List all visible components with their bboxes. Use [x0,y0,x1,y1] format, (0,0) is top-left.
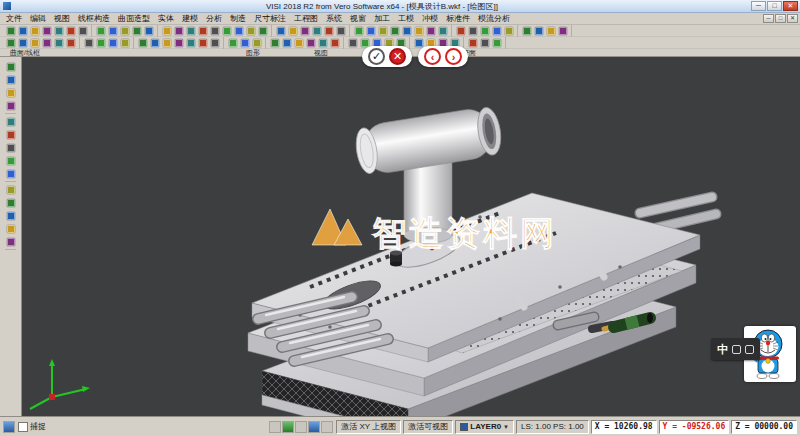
menu-item[interactable]: 工程图 [290,13,322,24]
toolbar-icon[interactable] [5,87,16,98]
toolbar-icon[interactable] [281,37,292,48]
menu-item[interactable]: 编辑 [26,13,50,24]
chevron-down-icon[interactable]: ▼ [503,424,509,430]
toolbar-icon[interactable] [257,25,268,36]
toolbar-icon[interactable] [149,37,160,48]
toolbar-icon[interactable] [251,37,262,48]
snap-settings-icon[interactable] [3,421,15,433]
toolbar-icon[interactable] [5,168,16,179]
menu-item[interactable]: 工模 [394,13,418,24]
toolbar-icon[interactable] [413,25,424,36]
menu-item[interactable]: 冲模 [418,13,442,24]
toolbar-icon[interactable] [491,37,502,48]
toolbar-icon[interactable] [293,37,304,48]
toolbar-icon[interactable] [83,37,94,48]
status-tool-icon-1[interactable] [269,421,281,433]
toolbar-icon[interactable] [173,37,184,48]
menu-item[interactable]: 曲面造型 [114,13,154,24]
menu-item[interactable]: 系统 [322,13,346,24]
toolbar-icon[interactable] [221,25,232,36]
doc-minimize-button[interactable]: ─ [763,14,774,23]
menu-item[interactable]: 标准件 [442,13,474,24]
toolbar-icon[interactable] [5,184,16,195]
ime-pen-icon[interactable] [732,345,741,354]
toolbar-icon[interactable] [53,37,64,48]
menu-item[interactable]: 建模 [178,13,202,24]
toolbar-icon[interactable] [413,37,424,48]
toolbar-icon[interactable] [5,197,16,208]
toolbar-icon[interactable] [41,25,52,36]
toolbar-icon[interactable] [5,223,16,234]
toolbar-icon[interactable] [557,25,568,36]
toolbar-icon[interactable] [233,25,244,36]
toolbar-icon[interactable] [467,25,478,36]
cancel-button[interactable]: ✕ [389,48,406,65]
toolbar-icon[interactable] [143,25,154,36]
ime-keyboard-icon[interactable] [745,345,754,354]
toolbar-icon[interactable] [5,25,16,36]
toolbar-icon[interactable] [353,25,364,36]
toolbar-icon[interactable] [95,37,106,48]
toolbar-icon[interactable] [29,37,40,48]
toolbar-icon[interactable] [209,25,220,36]
status-tool-icon-2[interactable] [282,421,294,433]
toolbar-icon[interactable] [197,25,208,36]
toolbar-icon[interactable] [311,25,322,36]
toolbar-icon[interactable] [65,37,76,48]
toolbar-icon[interactable] [401,25,412,36]
toolbar-icon[interactable] [503,25,514,36]
toolbar-icon[interactable] [65,25,76,36]
toolbar-icon[interactable] [239,37,250,48]
next-button[interactable]: › [445,48,462,65]
menu-item[interactable]: 实体 [154,13,178,24]
toolbar-icon[interactable] [5,142,16,153]
toolbar-icon[interactable] [5,116,16,127]
toolbar-icon[interactable] [209,37,220,48]
toolbar-icon[interactable] [137,37,148,48]
toolbar-icon[interactable] [131,25,142,36]
menu-item[interactable]: 尺寸标注 [250,13,290,24]
toolbar-icon[interactable] [323,25,334,36]
toolbar-icon[interactable] [521,25,532,36]
toolbar-icon[interactable] [5,61,16,72]
toolbar-icon[interactable] [365,25,376,36]
toolbar-icon[interactable] [77,25,88,36]
status-tool-icon-5[interactable] [321,421,333,433]
doc-restore-button[interactable]: □ [775,14,786,23]
toolbar-icon[interactable] [161,37,172,48]
toolbar-icon[interactable] [5,100,16,111]
snap-checkbox[interactable] [18,422,28,432]
accept-button[interactable]: ✓ [368,48,385,65]
toolbar-icon[interactable] [455,25,466,36]
toolbar-icon[interactable] [53,25,64,36]
toolbar-icon[interactable] [389,25,400,36]
menu-item[interactable]: 线框构造 [74,13,114,24]
layer-selector[interactable]: LAYER0 ▼ [455,420,514,434]
menu-item[interactable]: 文件 [2,13,26,24]
menu-item[interactable]: 视图 [50,13,74,24]
minimize-button[interactable]: ─ [751,1,766,11]
toolbar-icon[interactable] [197,37,208,48]
toolbar-icon[interactable] [545,25,556,36]
toolbar-icon[interactable] [491,25,502,36]
toolbar-icon[interactable] [467,37,478,48]
status-tool-icon-4[interactable] [308,421,320,433]
toolbar-icon[interactable] [479,37,490,48]
toolbar-icon[interactable] [275,25,286,36]
toolbar-icon[interactable] [119,25,130,36]
toolbar-icon[interactable] [17,25,28,36]
toolbar-icon[interactable] [479,25,490,36]
toolbar-icon[interactable] [335,25,346,36]
close-button[interactable]: ✕ [783,1,798,11]
active-plane-indicator[interactable]: 激活可视图 [403,420,453,434]
toolbar-icon[interactable] [161,25,172,36]
toolbar-icon[interactable] [5,236,16,247]
toolbar-icon[interactable] [347,37,358,48]
toolbar-icon[interactable] [185,25,196,36]
toolbar-icon[interactable] [533,25,544,36]
doc-close-button[interactable]: ✕ [787,14,798,23]
viewport-area[interactable]: 智造资料网 中 [0,57,800,416]
toolbar-icon[interactable] [107,37,118,48]
toolbar-icon[interactable] [107,25,118,36]
toolbar-icon[interactable] [437,25,448,36]
